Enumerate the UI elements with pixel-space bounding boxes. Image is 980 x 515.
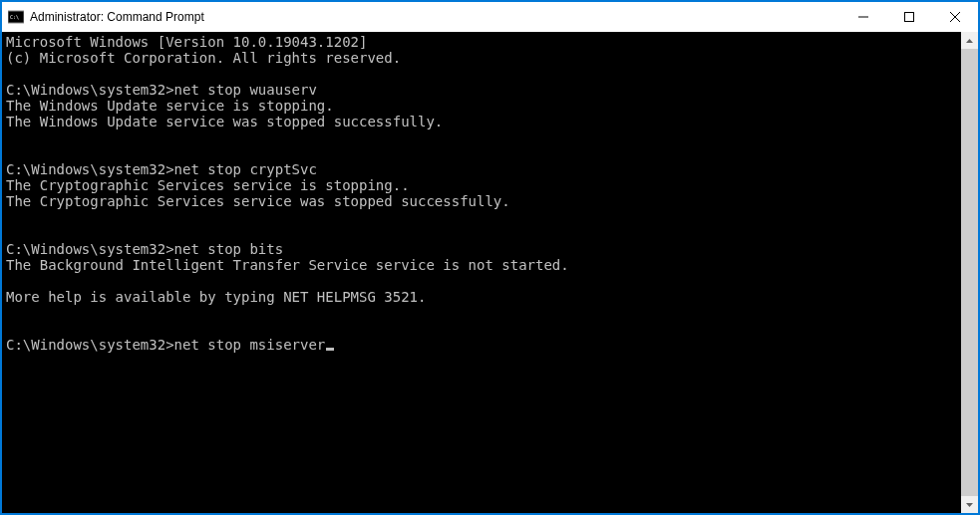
prompt-text: C:\Windows\system32> [6,241,174,257]
client-area: Microsoft Windows [Version 10.0.19043.12… [2,32,978,513]
terminal-line: C:\Windows\system32>net stop cryptSvc [6,161,957,177]
cmd-icon: C:\ [8,9,24,25]
vertical-scrollbar[interactable] [961,32,978,513]
terminal-line: C:\Windows\system32>net stop msiserver [6,337,957,353]
terminal-line [6,129,957,145]
scroll-up-button[interactable] [961,32,978,49]
command-text: net stop bits [174,241,284,257]
terminal-line: The Windows Update service was stopped s… [6,114,957,129]
scroll-thumb[interactable] [961,49,978,496]
command-text: net stop wuauserv [174,82,317,98]
terminal-line: Microsoft Windows [Version 10.0.19043.12… [6,34,957,50]
prompt-text: C:\Windows\system32> [6,161,174,177]
close-button[interactable] [932,2,978,32]
svg-text:C:\: C:\ [10,14,19,20]
terminal-output[interactable]: Microsoft Windows [Version 10.0.19043.12… [2,32,961,513]
titlebar[interactable]: C:\ Administrator: Command Prompt [2,2,978,32]
terminal-line: The Cryptographic Services service was s… [6,193,957,209]
prompt-text: C:\Windows\system32> [6,82,174,98]
terminal-line [6,305,957,321]
terminal-line: More help is available by typing NET HEL… [6,289,957,305]
svg-rect-4 [905,13,914,22]
terminal-line [6,321,957,337]
prompt-text: C:\Windows\system32> [6,337,174,353]
titlebar-controls [840,2,978,32]
terminal-line [6,273,957,289]
terminal-line: The Windows Update service is stopping. [6,98,957,114]
command-text: net stop msiserver [174,337,326,353]
scroll-track[interactable] [961,49,978,496]
terminal-line: C:\Windows\system32>net stop wuauserv [6,82,957,98]
terminal-line [6,145,957,161]
titlebar-left: C:\ Administrator: Command Prompt [8,9,204,25]
terminal-line: The Background Intelligent Transfer Serv… [6,257,957,273]
minimize-button[interactable] [840,2,886,32]
terminal-line: (c) Microsoft Corporation. All rights re… [6,50,957,66]
terminal-line [6,66,957,82]
window-root: C:\ Administrator: Command Prompt Micros… [1,1,979,514]
command-text: net stop cryptSvc [174,161,317,177]
scroll-down-button[interactable] [961,496,978,513]
terminal-line: The Cryptographic Services service is st… [6,177,957,193]
terminal-line: C:\Windows\system32>net stop bits [6,241,957,257]
window-title: Administrator: Command Prompt [30,10,204,24]
maximize-button[interactable] [886,2,932,32]
terminal-line [6,225,957,241]
cursor [326,348,334,351]
terminal-line [6,209,957,225]
